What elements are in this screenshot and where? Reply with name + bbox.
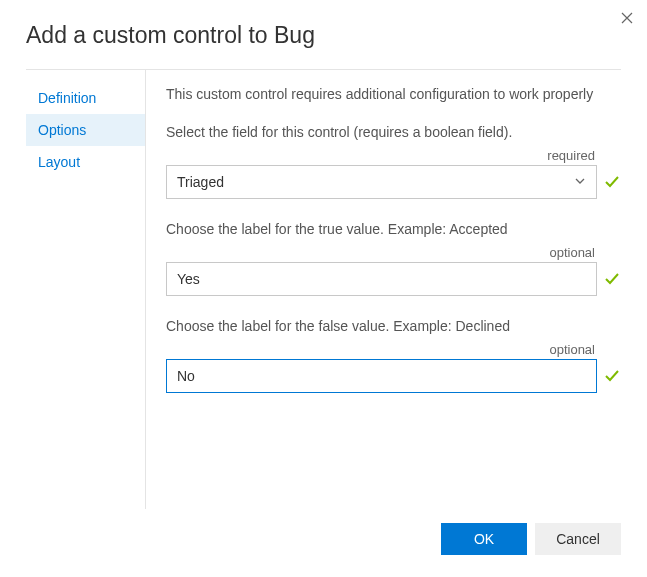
true-label-input[interactable]: Yes (166, 262, 597, 296)
dialog-body: Definition Options Layout This custom co… (0, 70, 647, 509)
close-icon (621, 12, 633, 24)
field-hint: optional (166, 342, 621, 357)
select-value: Triaged (177, 174, 224, 190)
input-row: Triaged (166, 165, 621, 199)
field-block-false-label: Choose the label for the false value. Ex… (166, 318, 621, 393)
input-row: No (166, 359, 621, 393)
check-icon (603, 173, 621, 191)
field-label: Select the field for this control (requi… (166, 124, 621, 140)
check-icon (603, 270, 621, 288)
field-select[interactable]: Triaged (166, 165, 597, 199)
close-button[interactable] (617, 8, 637, 28)
field-block-true-label: Choose the label for the true value. Exa… (166, 221, 621, 296)
dialog: Add a custom control to Bug Definition O… (0, 0, 647, 577)
sidebar-item-label: Layout (38, 154, 80, 170)
main-panel: This custom control requires additional … (146, 70, 621, 509)
dialog-footer: OK Cancel (0, 509, 647, 577)
cancel-button[interactable]: Cancel (535, 523, 621, 555)
sidebar: Definition Options Layout (26, 70, 146, 509)
check-icon (603, 367, 621, 385)
input-value: Yes (177, 271, 200, 287)
intro-text: This custom control requires additional … (166, 86, 621, 102)
sidebar-item-definition[interactable]: Definition (26, 82, 145, 114)
sidebar-item-label: Options (38, 122, 86, 138)
field-hint: optional (166, 245, 621, 260)
field-label: Choose the label for the false value. Ex… (166, 318, 621, 334)
sidebar-item-layout[interactable]: Layout (26, 146, 145, 178)
field-hint: required (166, 148, 621, 163)
chevron-down-icon (574, 174, 586, 190)
title-area: Add a custom control to Bug (0, 0, 647, 69)
input-row: Yes (166, 262, 621, 296)
ok-button[interactable]: OK (441, 523, 527, 555)
sidebar-item-options[interactable]: Options (26, 114, 145, 146)
sidebar-item-label: Definition (38, 90, 96, 106)
false-label-input[interactable]: No (166, 359, 597, 393)
dialog-title: Add a custom control to Bug (26, 22, 621, 49)
field-block-select-field: Select the field for this control (requi… (166, 124, 621, 199)
field-label: Choose the label for the true value. Exa… (166, 221, 621, 237)
input-value: No (177, 368, 195, 384)
